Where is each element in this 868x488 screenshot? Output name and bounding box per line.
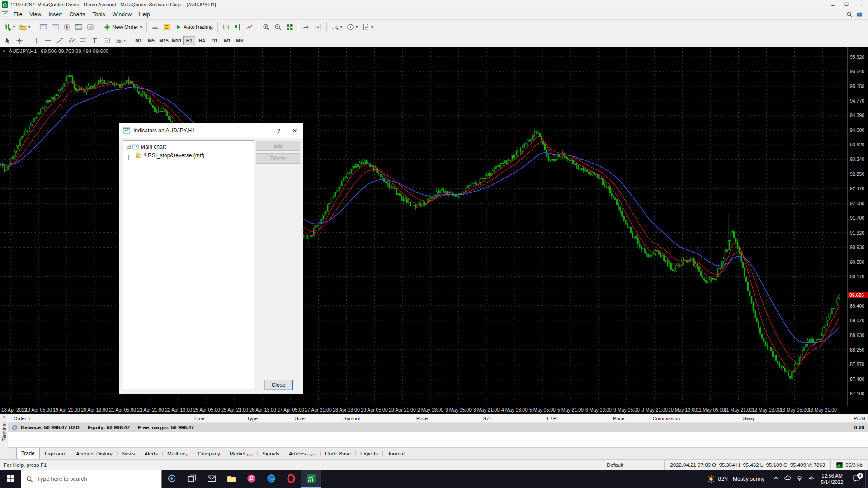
fibonacci-button[interactable] — [77, 35, 89, 47]
terminal-column-header[interactable]: Size — [260, 416, 307, 421]
terminal-tab-exposure[interactable]: Exposure — [40, 448, 71, 459]
maximize-button[interactable] — [841, 0, 854, 9]
chart-shift-button[interactable] — [312, 21, 324, 33]
close-button[interactable] — [854, 0, 868, 9]
menu-help[interactable]: Help — [135, 10, 154, 19]
menu-tools[interactable]: Tools — [89, 10, 109, 19]
timeframe-m15[interactable]: M15 — [158, 36, 170, 45]
terminal-column-header[interactable]: S / L — [430, 416, 495, 421]
tray-network-button[interactable] — [793, 470, 805, 488]
terminal-column-header[interactable]: Price — [363, 416, 430, 421]
terminal-tab-mailbox[interactable]: Mailbox6 — [163, 448, 193, 459]
terminal-column-header[interactable]: Commission — [627, 416, 683, 421]
timeframe-m30[interactable]: M30 — [170, 36, 183, 45]
terminal-close-button[interactable]: × — [2, 414, 5, 420]
price-axis[interactable]: 95.92095.54095.15094.77094.39094.00093.6… — [847, 47, 868, 406]
timeframe-m1[interactable]: M1 — [132, 36, 145, 45]
taskbar-search-input[interactable]: Type here to search — [21, 470, 162, 488]
terminal-tab-experts[interactable]: Experts — [356, 448, 382, 459]
terminal-tab-articles[interactable]: Articles1122 — [284, 448, 320, 459]
menu-view[interactable]: View — [26, 10, 45, 19]
timeframe-mn[interactable]: MN — [234, 36, 246, 45]
new-order-button[interactable]: New Order▾ — [101, 21, 144, 33]
new-chart-button[interactable]: ▾ — [2, 21, 17, 33]
terminal-column-header[interactable]: T / P — [495, 416, 559, 421]
candlestick-chart-button[interactable] — [232, 21, 244, 33]
menu-file[interactable]: File — [10, 10, 26, 19]
timeframe-w1[interactable]: W1 — [221, 36, 233, 45]
terminal-tab-code-base[interactable]: Code Base — [321, 448, 355, 459]
terminal-tab-news[interactable]: News — [118, 448, 140, 459]
terminal-tab-market[interactable]: Market117 — [225, 448, 258, 459]
dialog-help-button[interactable]: ? — [270, 123, 287, 138]
tile-windows-button[interactable] — [284, 21, 296, 33]
tray-onedrive-button[interactable] — [782, 470, 793, 488]
terminal-column-header[interactable]: Price — [559, 416, 627, 421]
taskbar-app-edge[interactable] — [261, 470, 281, 488]
search-icon[interactable] — [846, 11, 853, 18]
menu-charts[interactable]: Charts — [66, 10, 89, 19]
minimize-button[interactable] — [827, 0, 841, 9]
terminal-tab-journal[interactable]: Journal — [383, 448, 409, 459]
action-center-button[interactable]: 4 — [847, 470, 865, 488]
orders-empty-area[interactable] — [8, 432, 868, 447]
indicators-tree[interactable]: − Main chart !! RSI_stop&reverse (mtf) — [123, 140, 254, 389]
profiles-button[interactable]: ▾ — [17, 21, 33, 33]
terminal-column-header[interactable]: Time — [162, 416, 207, 421]
terminal-tab-trade[interactable]: Trade — [16, 448, 40, 459]
taskbar-app-metatrader[interactable] — [301, 470, 321, 488]
market-watch-button[interactable] — [38, 21, 49, 33]
line-chart-button[interactable] — [244, 21, 255, 33]
show-desktop-button[interactable] — [865, 470, 868, 488]
tree-item-indicator[interactable]: !! RSI_stop&reverse (mtf) — [124, 151, 253, 160]
taskbar-app-task-view[interactable] — [182, 470, 202, 488]
periods-button[interactable]: ▾ — [344, 21, 360, 33]
taskbar-clock[interactable]: 12:56 AM 5/14/2022 — [817, 473, 847, 486]
menu-insert[interactable]: Insert — [45, 10, 66, 19]
terminal-tab-signals[interactable]: Signals — [258, 448, 284, 459]
tree-item-main-chart[interactable]: − Main chart — [124, 142, 253, 151]
terminal-tab-company[interactable]: Company — [193, 448, 225, 459]
zoom-out-button[interactable] — [272, 21, 284, 33]
terminal-column-header[interactable]: Type — [207, 416, 260, 421]
label-button[interactable] — [101, 35, 113, 47]
expert-advisors-button[interactable] — [149, 21, 161, 33]
start-button[interactable] — [0, 470, 21, 488]
dialog-close-button[interactable]: ✕ — [287, 123, 303, 138]
autotrading-button[interactable]: AutoTrading — [173, 21, 215, 33]
navigator-button[interactable] — [61, 21, 73, 33]
terminal-column-header[interactable]: Swap — [683, 416, 758, 421]
delete-button[interactable]: Delete — [256, 153, 300, 164]
taskbar-app-music[interactable] — [241, 470, 261, 488]
terminal-tab-account-history[interactable]: Account History — [71, 448, 117, 459]
strategy-tester-button[interactable] — [85, 21, 96, 33]
crosshair-button[interactable] — [14, 35, 25, 47]
vertical-line-button[interactable] — [30, 35, 42, 47]
terminal-panel-button[interactable] — [73, 21, 85, 33]
tree-collapse-toggle[interactable]: − — [127, 145, 131, 149]
horizontal-line-button[interactable] — [42, 35, 54, 47]
taskbar-app-mail[interactable] — [202, 470, 222, 488]
taskbar-app-opera[interactable] — [281, 470, 301, 488]
tray-hidden-icons-button[interactable] — [770, 470, 782, 488]
tray-volume-muted-button[interactable] — [805, 470, 817, 488]
balance-row[interactable]: Balance: 50 998.47 USDEquity: 50 998.47F… — [8, 423, 868, 432]
edit-button[interactable]: Edit — [256, 141, 300, 151]
zoom-in-button[interactable] — [260, 21, 272, 33]
shapes-button[interactable]: ▾ — [113, 35, 128, 47]
timeframe-h4[interactable]: H4 — [196, 36, 208, 45]
status-profile[interactable]: Default — [601, 460, 664, 470]
metaeditor-button[interactable] — [161, 21, 173, 33]
taskbar-app-file-explorer[interactable] — [222, 470, 241, 488]
indicators-button[interactable]: ▾ — [329, 21, 344, 33]
auto-scroll-button[interactable] — [301, 21, 312, 33]
time-axis[interactable]: 18 Apr 202219 Apr 05:0019 Apr 21:0020 Ap… — [0, 406, 868, 414]
bar-chart-button[interactable] — [220, 21, 232, 33]
timeframe-h1[interactable]: H1 — [183, 36, 195, 45]
timeframe-d1[interactable]: D1 — [208, 36, 221, 45]
timeframe-m5[interactable]: M5 — [145, 36, 157, 45]
taskbar-weather[interactable]: 82°F Mostly sunny — [702, 475, 770, 483]
mql5-icon[interactable] — [856, 11, 863, 18]
trendline-button[interactable] — [54, 35, 66, 47]
channel-button[interactable] — [66, 35, 77, 47]
